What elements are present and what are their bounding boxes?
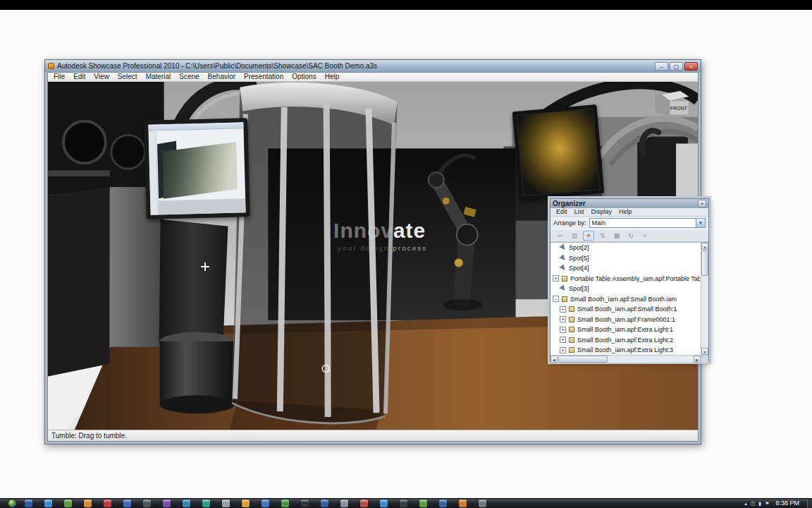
taskbar-app-icon[interactable] [44, 500, 52, 507]
menu-view[interactable]: View [90, 73, 113, 81]
taskbar-app-icon[interactable] [123, 500, 131, 507]
spot-light-icon [559, 254, 567, 262]
organizer-tool-icon-5[interactable]: ▦ [611, 231, 622, 241]
action-center-flag-icon[interactable]: ⚑ [765, 499, 769, 508]
start-button[interactable] [8, 500, 16, 507]
taskbar-app-icon[interactable] [143, 500, 151, 507]
window-titlebar[interactable]: Autodesk Showcase Professional 2010 - C:… [45, 60, 701, 72]
vertical-scroll-thumb[interactable] [701, 250, 708, 276]
tree-item[interactable]: + Small Booth_iam.apf:Extra Light:1 [550, 325, 700, 335]
taskbar-app-icon[interactable] [479, 500, 486, 507]
organizer-menu-edit[interactable]: Edit [553, 208, 571, 216]
wall-monitor-screen [516, 108, 601, 196]
tree-item-label: Small Booth_iam.apf:Small Booth:1 [577, 306, 677, 313]
tree-expander[interactable]: + [560, 347, 566, 353]
maximize-button[interactable]: ▢ [670, 62, 683, 71]
tree-item[interactable]: + Small Booth_iam.apf:Frame0001:1 [550, 315, 700, 325]
tree-item[interactable]: + Portable Table Assembly_iam.apf:Portab… [550, 274, 700, 284]
viewcube-front-face[interactable]: FRONT [670, 106, 688, 111]
organizer-tool-icon-7[interactable]: × [639, 231, 651, 241]
scroll-left-icon[interactable]: ◀ [550, 356, 558, 363]
menu-options[interactable]: Options [288, 73, 320, 81]
tree-item[interactable]: + Small Booth_iam.apf:Extra Light:3 [550, 345, 700, 355]
taskbar-app-icon[interactable] [321, 500, 328, 507]
taskbar-app-icon[interactable] [340, 500, 348, 507]
tree-item[interactable]: Spot[2] [550, 243, 700, 253]
arrange-by-select[interactable]: Main ▼ [589, 218, 706, 228]
tree-item[interactable]: Spot[5] [550, 253, 700, 264]
chevron-down-icon[interactable]: ▼ [696, 219, 705, 227]
organizer-menu-list[interactable]: List [571, 208, 588, 216]
tree-item[interactable]: Spot[4] [550, 263, 700, 274]
horizontal-scrollbar[interactable]: ◀ ▶ [550, 355, 708, 363]
menu-behavior[interactable]: Behavior [204, 73, 240, 81]
show-desktop-button[interactable] [807, 499, 812, 508]
taskbar-app-icon[interactable] [281, 500, 289, 507]
tray-status-icon[interactable]: ◫ [751, 499, 756, 508]
organizer-tool-icon-3[interactable]: ✦ [583, 231, 594, 241]
menu-help[interactable]: Help [321, 73, 344, 81]
cad-model-assembly [162, 142, 238, 198]
network-icon[interactable]: ▮ [758, 499, 761, 508]
scroll-up-icon[interactable]: ▲ [701, 243, 708, 250]
cad-model-ground [158, 198, 245, 215]
organizer-tool-icon-6[interactable]: ↻ [625, 231, 636, 241]
taskbar-app-icon[interactable] [183, 500, 190, 507]
taskbar-app-icon[interactable] [360, 500, 368, 507]
hidden-icons-arrow-icon[interactable]: ▴ [744, 499, 747, 508]
scroll-right-icon[interactable]: ▶ [694, 356, 701, 363]
taskbar-app-icon[interactable] [163, 500, 171, 507]
minimize-button[interactable]: – [655, 62, 668, 71]
taskbar-app-icon[interactable] [222, 500, 230, 507]
taskbar-app-icon[interactable] [400, 500, 407, 507]
tree-item[interactable]: - Small Booth_iam.apf:Small Booth.iam [550, 294, 700, 305]
resize-grip[interactable] [701, 356, 708, 363]
taskbar-app-icon[interactable] [262, 500, 269, 507]
tree-item-label: Small Booth_iam.apf:Extra Light:3 [577, 346, 673, 353]
vertical-scrollbar[interactable]: ▲ ▼ [701, 243, 708, 355]
menu-presentation[interactable]: Presentation [240, 73, 288, 81]
spot-light-icon [559, 244, 567, 252]
tree-item[interactable]: + Small Booth_iam.apf:Small Booth:1 [550, 304, 700, 315]
tree-item[interactable]: + Small Booth_iam.apf:Extra Light:2 [550, 335, 700, 346]
organizer-menu-help[interactable]: Help [615, 208, 636, 216]
taskbar-app-icon[interactable] [301, 500, 309, 507]
tree-expander[interactable]: + [560, 316, 566, 322]
organizer-tool-icon-2[interactable]: ▥ [569, 231, 580, 241]
organizer-close-button[interactable]: × [698, 200, 706, 207]
tree-expander[interactable]: + [553, 275, 559, 282]
menu-material[interactable]: Material [142, 73, 176, 81]
organizer-menu-bar: Edit List Display Help [550, 208, 708, 217]
horizontal-scroll-thumb[interactable] [558, 356, 608, 363]
taskbar-app-icon[interactable] [242, 500, 250, 507]
taskbar-app-icon[interactable] [439, 500, 447, 507]
organizer-tool-icon-4[interactable]: ⇅ [597, 231, 608, 241]
organizer-titlebar[interactable]: Organizer × [550, 199, 708, 208]
taskbar-clock[interactable]: 8:38 PM [775, 499, 799, 508]
taskbar-app-icon[interactable] [419, 500, 427, 507]
taskbar-app-icon[interactable] [459, 500, 467, 507]
tree-expander[interactable]: + [560, 337, 566, 343]
taskbar-app-icon[interactable] [84, 500, 92, 507]
organizer-menu-display[interactable]: Display [588, 208, 616, 216]
menu-edit[interactable]: Edit [69, 73, 90, 81]
close-button[interactable]: × [684, 62, 698, 71]
organizer-tool-icon-1[interactable]: ✂ [555, 231, 566, 241]
taskbar-app-icon[interactable] [380, 500, 388, 507]
taskbar-app-icon[interactable] [104, 500, 111, 507]
scroll-down-icon[interactable]: ▼ [701, 348, 708, 355]
organizer-palette: Organizer × Edit List Display Help Arran… [550, 198, 709, 362]
tree-expander[interactable]: + [560, 306, 566, 313]
menu-file[interactable]: File [49, 73, 69, 81]
menu-select[interactable]: Select [113, 73, 142, 81]
organizer-toolbar: ✂ ▥ ✦ ⇅ ▦ ↻ × [550, 229, 708, 242]
taskbar-app-icon[interactable] [64, 500, 72, 507]
model-icon [569, 347, 574, 353]
tree-item[interactable]: Spot[3] [550, 284, 700, 294]
taskbar-app-icon[interactable] [202, 500, 210, 507]
letterbox-top [0, 0, 812, 10]
tree-expander[interactable]: - [553, 296, 559, 302]
taskbar-app-icon[interactable] [25, 500, 32, 507]
menu-scene[interactable]: Scene [175, 73, 203, 81]
tree-expander[interactable]: + [560, 327, 566, 333]
